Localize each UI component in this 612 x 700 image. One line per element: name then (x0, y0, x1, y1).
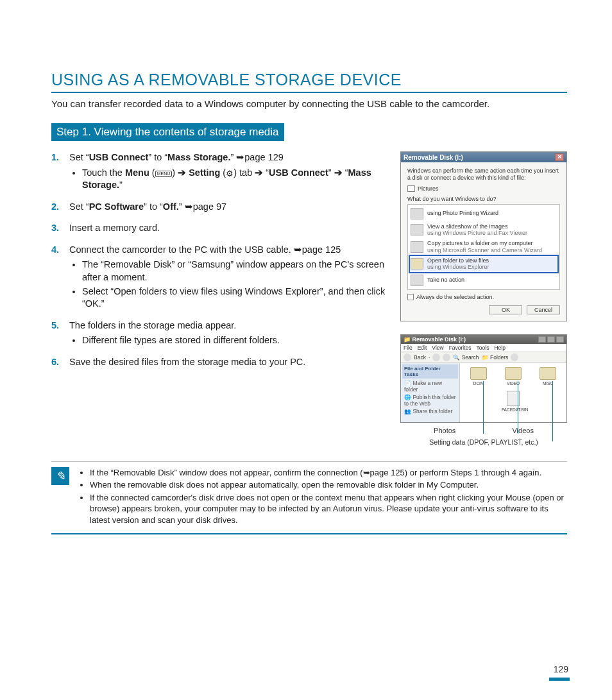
folder-icon (470, 367, 487, 380)
text: ” (230, 152, 236, 162)
text: Save the desired files from the storage … (69, 357, 305, 367)
step-3: 3. Insert a memory card. (51, 222, 389, 235)
note-item: When the removable disk does not appear … (90, 479, 567, 491)
action-option[interactable]: Copy pictures to a folder on my computer… (409, 238, 558, 255)
step-number: 5. (51, 320, 59, 332)
action-option[interactable]: using Photo Printing Wizard (409, 206, 558, 221)
pictures-icon (407, 185, 415, 192)
close-icon[interactable] (556, 336, 564, 343)
dialog-title: Removable Disk (I:) (404, 154, 463, 161)
text-bold: Menu (125, 167, 149, 178)
ok-button[interactable]: OK (489, 305, 522, 314)
option-text: using Photo Printing Wizard (427, 210, 498, 216)
content-type-label: Pictures (418, 185, 439, 192)
folder-icon (540, 367, 556, 380)
text: The folders in the storage media appear. (69, 320, 236, 330)
maximize-icon[interactable] (547, 336, 555, 343)
toolbar[interactable]: Back · 🔍 Search 📁 Folders (401, 352, 566, 363)
step-1-bullet: Touch the Menu (MENU) ➔ Setting (⚙) tab … (82, 167, 389, 192)
text-bold: USB Connect (269, 167, 328, 178)
text: Set “ (69, 201, 89, 212)
folder-label: DCIM (467, 381, 490, 386)
text: Connect the camcorder to the PC with the… (69, 244, 291, 255)
folder-dcim[interactable]: DCIM (467, 367, 490, 386)
up-icon[interactable] (443, 354, 450, 361)
menu-file[interactable]: File (404, 345, 412, 351)
gear-icon: ⚙ (226, 169, 234, 178)
dialog-titlebar[interactable]: Removable Disk (I:) ✕ (401, 152, 566, 162)
text-bold: Setting (189, 167, 220, 178)
cancel-button[interactable]: Cancel (527, 305, 560, 314)
copy-icon (411, 241, 423, 253)
text: Touch the (82, 167, 125, 178)
note-box: ✎ If the “Removable Disk” window does no… (51, 461, 567, 535)
explorer-window: 📁 Removable Disk (I:) File Edit View Fav… (400, 334, 567, 423)
text-bold: Mass Storage. (167, 152, 230, 162)
minimize-icon[interactable] (538, 336, 546, 343)
option-subtext: using Windows Picture and Fax Viewer (427, 230, 527, 236)
menu-edit[interactable]: Edit (418, 345, 427, 351)
folders-label: Folders (490, 354, 508, 361)
folder-misc[interactable]: MISC (536, 367, 559, 386)
search-label: Search (462, 354, 479, 361)
action-option[interactable]: Take no action (409, 273, 558, 288)
step-1: 1. Set “USB Connect” to “Mass Storage.” … (51, 151, 389, 192)
note-item: If the connected camcorder's disk drive … (90, 492, 567, 526)
option-text: Copy pictures to a folder on my computer (427, 240, 542, 246)
explorer-titlebar[interactable]: 📁 Removable Disk (I:) (401, 335, 566, 344)
text: ” to “ (148, 152, 167, 162)
text-bold: USB Connect (89, 152, 149, 162)
action-option[interactable]: View a slideshow of the imagesusing Wind… (409, 221, 558, 239)
menu-help[interactable]: Help (494, 345, 505, 351)
step-4-bullet-1: The “Removable Disk” or “Samsung” window… (82, 259, 389, 284)
text: tab (237, 167, 255, 178)
step-5-bullet: Different file types are stored in diffe… (82, 334, 389, 347)
forward-icon[interactable] (432, 354, 440, 361)
checkbox-label: Always do the selected action. (416, 294, 494, 300)
menu-tools[interactable]: Tools (477, 345, 489, 351)
arrow-icon: ➔ (332, 167, 345, 178)
task-label: Share this folder (412, 408, 452, 414)
text: ” to “ (144, 201, 163, 212)
autoplay-dialog: Removable Disk (I:) ✕ Windows can perfor… (400, 151, 567, 321)
side-task[interactable]: 📄 Make a new folder (404, 380, 456, 393)
text: Set “ (69, 152, 89, 162)
dialog-description: Windows can perform the same action each… (407, 167, 560, 182)
file-pane[interactable]: DCIM VIDEO MISC FACEDAT.BIN (460, 363, 566, 422)
option-subtext: using Microsoft Scanner and Camera Wizar… (427, 247, 542, 253)
action-list[interactable]: using Photo Printing Wizard View a slide… (407, 204, 560, 290)
always-checkbox[interactable] (407, 294, 414, 300)
views-icon[interactable] (511, 354, 518, 361)
menu-bar[interactable]: File Edit View Favorites Tools Help (401, 344, 566, 352)
back-icon[interactable] (404, 354, 411, 361)
text-bold: PC Software (89, 201, 144, 212)
note-icon: ✎ (51, 467, 69, 485)
step-4-bullet-2: Select “Open folders to view files using… (82, 286, 389, 311)
step-4: 4. Connect the camcorder to the PC with … (51, 244, 389, 311)
side-panel: File and Folder Tasks 📄 Make a new folde… (401, 363, 460, 422)
step-number: 1. (51, 151, 59, 164)
folder-video[interactable]: VIDEO (502, 367, 525, 386)
action-option-selected[interactable]: Open folder to view filesusing Windows E… (409, 255, 558, 273)
side-panel-title: File and Folder Tasks (402, 364, 458, 379)
side-task[interactable]: 👥 Share this folder (404, 408, 456, 414)
step-number: 4. (51, 244, 59, 257)
option-text: Take no action (427, 277, 464, 283)
wizard-icon (411, 208, 423, 219)
side-task[interactable]: 🌐 Publish this folder to the Web (404, 394, 456, 407)
page-title: USING AS A REMOVABLE STORAGE DEVICE (51, 71, 567, 93)
callout-setting-data: Setting data (DPOF, PLAYLIST, etc.) (405, 438, 562, 446)
step-number: 2. (51, 201, 59, 214)
arrow-icon: ➔ (175, 167, 189, 178)
folder-label: VIDEO (502, 381, 525, 386)
menu-view[interactable]: View (432, 345, 443, 351)
intro-text: You can transfer recorded data to a Wind… (51, 97, 567, 110)
menu-favorites[interactable]: Favorites (449, 345, 472, 351)
close-icon[interactable]: ✕ (555, 153, 564, 161)
file-facedat[interactable]: FACEDAT.BIN (502, 391, 525, 412)
step-number: 3. (51, 222, 59, 235)
step-header: Step 1. Viewing the contents of storage … (51, 123, 284, 141)
step-6: 6. Save the desired files from the stora… (51, 356, 389, 369)
explorer-title: Removable Disk (I:) (412, 336, 466, 343)
option-subtext: using Windows Explorer (427, 264, 489, 270)
